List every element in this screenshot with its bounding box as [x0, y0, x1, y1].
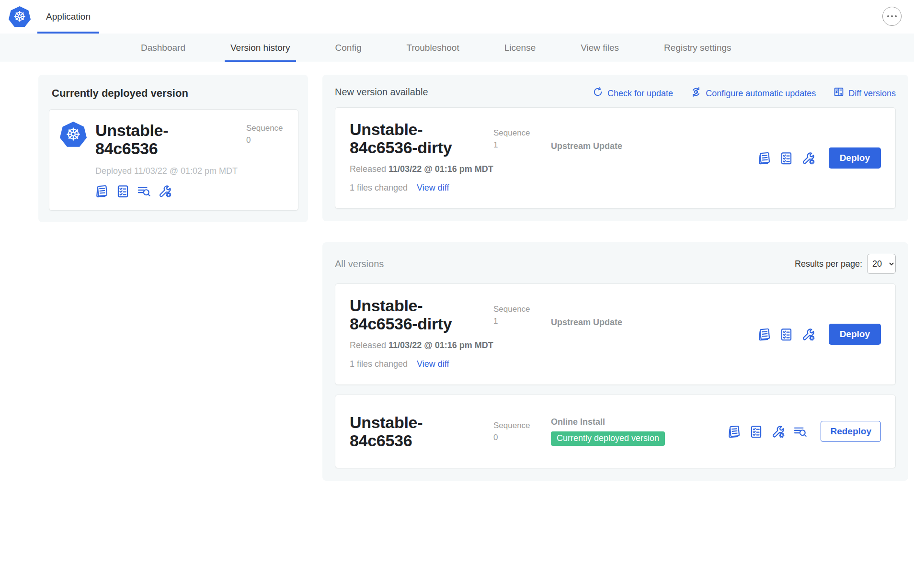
auto-update-icon: [690, 86, 702, 98]
tab-registry-settings[interactable]: Registry settings: [658, 34, 737, 62]
release-notes-icon[interactable]: [757, 327, 772, 342]
tab-view-files[interactable]: View files: [575, 34, 625, 62]
diff-versions-link[interactable]: Diff versions: [833, 86, 896, 98]
deploy-button[interactable]: Deploy: [829, 147, 881, 169]
config-icon[interactable]: [801, 327, 816, 342]
config-icon[interactable]: [801, 151, 816, 166]
files-changed-label: 1 files changed: [350, 183, 408, 192]
app-tab-label: Application: [46, 11, 91, 22]
more-menu-button[interactable]: [882, 7, 902, 26]
preflight-checks-icon[interactable]: [779, 151, 794, 166]
app-navbar: Dashboard Version history Config Trouble…: [0, 34, 914, 62]
view-diff-link[interactable]: View diff: [417, 183, 449, 192]
results-per-page-select[interactable]: 20: [867, 254, 896, 274]
version-source: Online Install: [551, 417, 605, 427]
app-header: ☸ Application: [0, 0, 914, 34]
version-sequence: Sequence 1: [493, 127, 551, 196]
app-tab[interactable]: Application: [37, 0, 99, 34]
preflight-checks-icon[interactable]: [779, 327, 794, 342]
deploy-button[interactable]: Deploy: [829, 324, 881, 345]
version-row: Unstable-84c6536 Sequence 0 Online Insta…: [335, 395, 896, 468]
preflight-checks-icon[interactable]: [749, 424, 764, 439]
view-logs-icon[interactable]: [137, 184, 151, 199]
release-notes-icon[interactable]: [757, 151, 772, 166]
view-diff-link[interactable]: View diff: [417, 359, 449, 369]
tab-license[interactable]: License: [499, 34, 542, 62]
version-sequence: Sequence 1: [493, 303, 551, 372]
preflight-checks-icon[interactable]: [115, 184, 130, 199]
version-sequence: Sequence 0: [493, 419, 551, 443]
tab-config[interactable]: Config: [330, 34, 367, 62]
config-icon[interactable]: [158, 184, 172, 199]
deployed-sequence: Sequence 0: [246, 122, 286, 158]
all-versions-panel: All versions Results per page: 20 Unstab…: [322, 242, 908, 481]
new-version-title: New version available: [335, 87, 428, 98]
all-versions-title: All versions: [335, 259, 384, 270]
refresh-icon: [592, 86, 604, 98]
version-title: Unstable-84c6536: [350, 413, 475, 450]
config-icon[interactable]: [771, 424, 786, 439]
version-source: Upstream Update: [551, 141, 622, 151]
redeploy-button[interactable]: Redeploy: [821, 421, 881, 442]
version-title: Unstable-84c6536-dirty: [350, 120, 475, 157]
tab-version-history[interactable]: Version history: [225, 34, 296, 62]
deployed-timestamp: Deployed 11/03/22 @ 01:02 pm MDT: [95, 166, 286, 176]
version-title: Unstable-84c6536-dirty: [350, 296, 475, 333]
currently-deployed-panel: Currently deployed version ☸ Unstable-84…: [38, 75, 308, 222]
deployed-version-title: Unstable-84c6536: [95, 121, 206, 158]
new-version-card: Unstable-84c6536-dirty Released 11/03/22…: [335, 107, 896, 209]
release-notes-icon[interactable]: [727, 424, 742, 439]
version-source: Upstream Update: [551, 317, 622, 327]
ellipsis-icon: [887, 15, 889, 17]
check-for-update-link[interactable]: Check for update: [592, 86, 673, 98]
configure-automatic-updates-link[interactable]: Configure automatic updates: [690, 86, 816, 98]
currently-deployed-badge: Currently deployed version: [551, 431, 665, 446]
deployed-version-card: ☸ Unstable-84c6536 Sequence 0 Deployed 1…: [49, 109, 298, 211]
files-changed-label: 1 files changed: [350, 359, 408, 369]
released-timestamp: Released 11/03/22 @ 01:16 pm MDT: [350, 164, 493, 174]
results-per-page-label: Results per page:: [795, 259, 862, 269]
released-timestamp: Released 11/03/22 @ 01:16 pm MDT: [350, 340, 493, 351]
kubernetes-logo: ☸: [9, 6, 31, 28]
tab-troubleshoot[interactable]: Troubleshoot: [401, 34, 465, 62]
release-notes-icon[interactable]: [94, 184, 109, 199]
tab-dashboard[interactable]: Dashboard: [135, 34, 191, 62]
diff-icon: [833, 86, 845, 98]
view-logs-icon[interactable]: [793, 424, 808, 439]
currently-deployed-title: Currently deployed version: [52, 87, 298, 100]
app-icon: ☸: [60, 121, 87, 148]
new-version-panel: New version available Check for update C…: [322, 75, 908, 221]
version-row: Unstable-84c6536-dirty Released 11/03/22…: [335, 283, 896, 385]
